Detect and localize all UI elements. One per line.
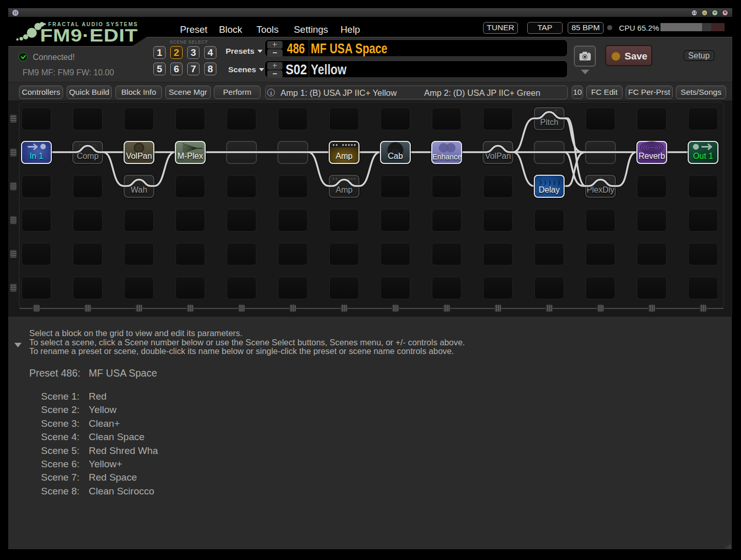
svg-text:FM9·EDIT: FM9·EDIT: [40, 25, 138, 45]
